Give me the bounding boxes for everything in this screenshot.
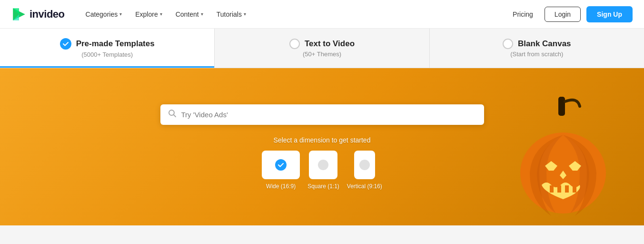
- tab-blank-canvas[interactable]: Blank Canvas (Start from scratch): [430, 29, 644, 68]
- login-button[interactable]: Login: [545, 7, 581, 22]
- svg-rect-5: [550, 185, 554, 193]
- tab-premade-label: Pre-made Templates: [76, 39, 155, 49]
- nav-categories[interactable]: Categories ▾: [80, 7, 128, 22]
- tab-row: Pre-made Templates (5000+ Templates) Tex…: [0, 29, 644, 68]
- brand-name: invideo: [30, 8, 65, 20]
- tab-radio-icon: [289, 39, 300, 49]
- chevron-icon: ▾: [201, 11, 203, 17]
- nav-tutorials[interactable]: Tutorials ▾: [211, 7, 252, 22]
- search-icon: [168, 109, 177, 120]
- square-box[interactable]: [309, 151, 337, 179]
- pricing-link[interactable]: Pricing: [507, 7, 539, 22]
- wide-box[interactable]: [262, 151, 300, 179]
- nav-actions: Pricing Login Sign Up: [507, 6, 633, 22]
- vertical-box[interactable]: [354, 151, 375, 179]
- tab-check-icon: [60, 38, 71, 50]
- dimension-buttons: Wide (16:9) Square (1:1) Vertical (9:16): [262, 151, 382, 190]
- signup-button[interactable]: Sign Up: [586, 6, 633, 22]
- tab-blank-label: Blank Canvas: [518, 39, 571, 49]
- dimension-vertical[interactable]: Vertical (9:16): [347, 151, 382, 190]
- pumpkin-decoration: [511, 92, 615, 225]
- dimension-prompt: Select a dimension to get started: [274, 136, 371, 144]
- nav-explore[interactable]: Explore ▾: [129, 7, 168, 22]
- search-input[interactable]: [181, 111, 476, 119]
- svg-rect-3: [558, 97, 565, 116]
- vertical-label: Vertical (9:16): [347, 183, 382, 190]
- nav-content[interactable]: Content ▾: [170, 7, 209, 22]
- tab-text-label: Text to Video: [305, 39, 355, 49]
- vertical-radio-icon: [359, 160, 370, 170]
- tab-text-sublabel: (50+ Themes): [303, 51, 341, 58]
- navbar: invideo Categories ▾ Explore ▾ Content ▾…: [0, 0, 644, 29]
- dimension-wide[interactable]: Wide (16:9): [262, 151, 300, 190]
- hero-banner: Select a dimension to get started Wide (…: [0, 68, 644, 225]
- tab-blank-sublabel: (Start from scratch): [510, 51, 563, 58]
- tab-premade-sublabel: (5000+ Templates): [81, 51, 133, 58]
- search-bar[interactable]: [160, 104, 484, 125]
- nav-links: Categories ▾ Explore ▾ Content ▾ Tutoria…: [80, 7, 507, 22]
- logo[interactable]: invideo: [11, 7, 65, 22]
- chevron-icon: ▾: [119, 11, 122, 17]
- dimension-square[interactable]: Square (1:1): [307, 151, 339, 190]
- svg-rect-8: [573, 185, 576, 193]
- tab-radio-icon: [503, 39, 513, 49]
- square-label: Square (1:1): [307, 183, 339, 190]
- tab-text-to-video[interactable]: Text to Video (50+ Themes): [215, 29, 429, 68]
- logo-icon: [11, 7, 27, 22]
- wide-label: Wide (16:9): [266, 183, 296, 190]
- tab-premade-templates[interactable]: Pre-made Templates (5000+ Templates): [0, 29, 215, 68]
- square-radio-icon: [318, 160, 328, 170]
- chevron-icon: ▾: [160, 11, 162, 17]
- chevron-icon: ▾: [244, 11, 246, 17]
- dimension-section: Select a dimension to get started Wide (…: [262, 136, 382, 190]
- hero-content: Select a dimension to get started Wide (…: [160, 104, 484, 190]
- wide-check-icon: [275, 159, 287, 171]
- svg-rect-6: [557, 185, 561, 193]
- svg-rect-7: [565, 185, 569, 193]
